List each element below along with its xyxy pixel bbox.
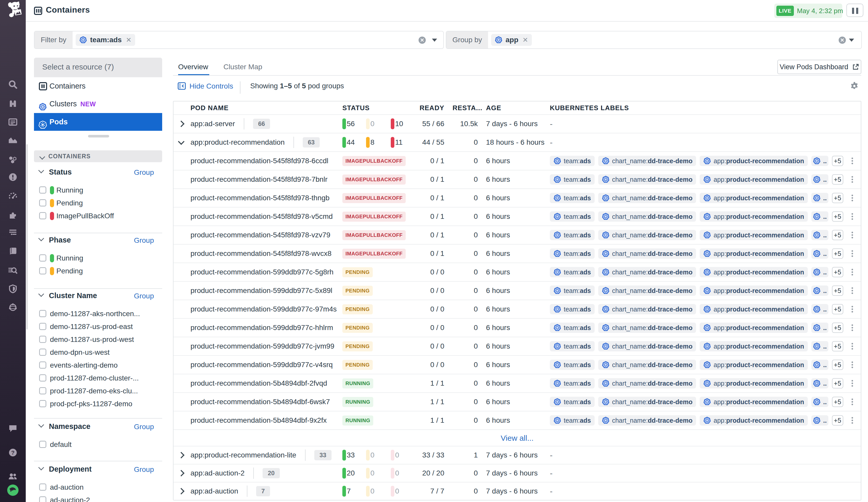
svg-text:?: ? xyxy=(11,450,14,456)
